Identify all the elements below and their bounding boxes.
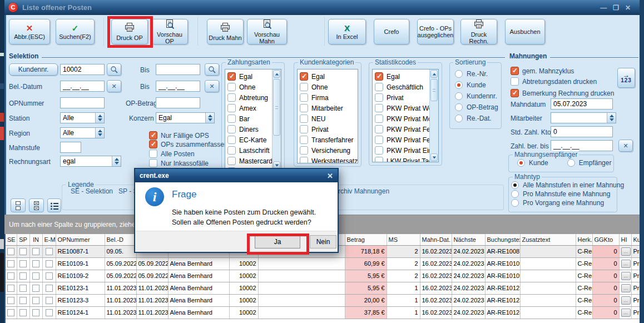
dialog-close-icon[interactable]: ✕ [327,172,333,180]
crefo-ops-button[interactable]: Crefo - OPs ausgeglichen [417,19,454,44]
opbetrag-input[interactable] [156,97,200,108]
column-header-betrag[interactable]: Betrag [345,234,387,245]
column-header-em[interactable]: E-M [42,234,56,245]
sp-checkbox[interactable] [19,309,27,316]
cell-hi[interactable]: … [619,294,631,306]
checkbox-icon[interactable] [227,72,236,81]
sp-checkbox[interactable] [19,285,27,292]
checkbox-icon[interactable] [511,89,519,97]
scrollbar[interactable] [272,69,281,170]
mahntyp-option-2[interactable]: Pro Vorgang eine Mahnung [511,199,624,207]
cell-em[interactable] [42,270,56,282]
column-header-in[interactable]: IN [29,234,42,245]
selection-check-1[interactable]: OPs zusammenfassen [149,140,228,148]
kundenkategorie-item[interactable]: Versicherung [300,145,356,156]
sp-checkbox[interactable] [19,272,27,280]
checkbox-icon[interactable] [300,93,308,102]
checkbox-icon[interactable] [227,125,236,133]
deselect-all-button[interactable] [11,198,26,212]
statistikcode-item[interactable]: PKW Privat Einweg [375,145,437,156]
cell-hi[interactable]: … [619,245,631,257]
sp-checkbox[interactable] [19,297,27,304]
hi-ellipsis-button[interactable]: … [621,296,631,305]
selection-check-3[interactable]: Nur Inkassofälle [149,159,209,167]
cell-in[interactable] [29,306,42,319]
beldatum-clear-button[interactable]: ✕ [107,80,121,92]
beldatum-bis-clear-button[interactable]: ✕ [205,80,219,92]
checkbox-icon[interactable] [375,115,383,123]
checkbox-icon[interactable] [149,159,157,167]
cell-sp[interactable] [17,257,29,270]
mahntyp-option-0[interactable]: Alle Mahnstufen in einer Mahnung [511,181,624,189]
sortierung-option-0[interactable]: Re.-Nr. [455,70,498,78]
radio-icon[interactable] [455,92,463,100]
mahnungen-check-1[interactable]: Abtretungsdaten drucken [511,77,597,86]
sortierung-option-4[interactable]: Re.-Dat. [455,115,498,122]
sortierung-option-2[interactable]: Kundennr. [455,92,498,100]
mahnungen-check-0[interactable]: gem. Mahnzyklus [511,67,574,75]
cell-in[interactable] [29,282,42,294]
mahn-123-button[interactable]: →123 [617,68,635,88]
table-row[interactable]: RE10124-111.01.202311.01.2023Alena Bernh… [6,306,640,319]
kundennr-input[interactable]: 10002 [60,64,105,75]
cell-em[interactable] [42,257,56,270]
in-checkbox[interactable] [32,309,39,316]
se-checkbox[interactable] [7,309,14,316]
checkbox-icon[interactable] [300,146,308,155]
se-checkbox[interactable] [7,272,14,280]
checkbox-icon[interactable] [300,72,308,81]
column-header-sp[interactable]: SP [17,234,29,245]
cell-in[interactable] [29,270,42,282]
radio-icon[interactable] [511,190,519,198]
ausbuchen-button[interactable]: Ausbuchen [505,19,545,44]
em-checkbox[interactable] [46,260,53,267]
kundennr-bis-input[interactable] [156,64,200,75]
checkbox-icon[interactable] [300,136,308,144]
checkbox-icon[interactable] [149,150,157,158]
em-checkbox[interactable] [46,248,53,255]
scrollbar[interactable] [429,69,438,162]
cell-sp[interactable] [17,270,29,282]
scroll-up-icon[interactable] [273,70,280,78]
sp-checkbox[interactable] [19,248,27,255]
statistikcode-item[interactable]: LKW Privat Tages. [375,156,437,162]
kundenkategorie-item[interactable]: Mitarbeiter [300,103,356,113]
cell-se[interactable] [6,245,17,257]
sp-checkbox[interactable] [19,260,27,267]
beldatum-input[interactable]: __.__.__ [60,81,105,92]
checkbox-icon[interactable] [227,115,236,123]
scroll-thumb[interactable] [273,79,280,136]
hi-ellipsis-button[interactable]: … [621,272,631,280]
cell-em[interactable] [42,306,56,319]
in-checkbox[interactable] [32,272,39,280]
column-header-naechste[interactable]: Nächste [452,234,485,245]
column-header-opnummer[interactable]: OPNummer [56,234,105,245]
radio-icon[interactable] [511,199,519,207]
search-button[interactable]: ✓Suchen(F2) [56,19,95,44]
zahl-ber-bis-input[interactable]: __.__.__ [551,140,613,151]
cell-sp[interactable] [17,306,29,319]
radio-icon[interactable] [455,115,463,122]
checkbox-icon[interactable] [227,83,236,91]
checkbox-icon[interactable] [511,77,519,86]
checkbox-icon[interactable] [149,140,157,148]
column-header-se[interactable]: SE [6,234,17,245]
cell-se[interactable] [6,282,17,294]
selection-check-0[interactable]: Nur Fällige OPS [149,131,209,140]
column-header-ku[interactable]: Ku [631,234,640,245]
kundenkategorien-listbox[interactable]: EgalOhneFirmaMitarbeiterNEUPrivatTransfe… [297,69,358,163]
radio-icon[interactable] [511,181,519,189]
cell-se[interactable] [6,294,17,306]
region-select[interactable]: Alle [60,127,105,138]
minimize-icon[interactable]: — [600,4,607,12]
preview-mahn-button[interactable]: Vorschau Mahn [247,19,287,44]
hi-ellipsis-button[interactable]: … [621,309,631,317]
cell-se[interactable] [6,270,17,282]
excel-button[interactable]: XIn Excel [328,19,366,44]
checkbox-icon[interactable] [227,104,236,112]
mahnungsempfaenger-option-1[interactable]: Empfänger [567,159,612,167]
cell-se[interactable] [6,257,17,270]
column-header-ggkto[interactable]: GGKto [592,234,619,245]
statistikcode-item[interactable]: Privat [375,92,437,103]
kundenkategorie-item[interactable]: Werkstattersatz [300,156,356,163]
